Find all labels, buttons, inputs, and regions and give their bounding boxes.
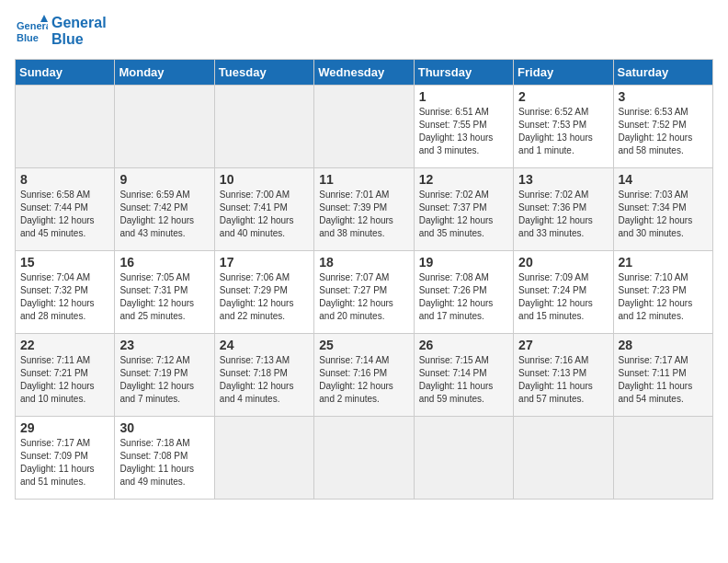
day-info: Sunrise: 7:03 AMSunset: 7:34 PMDaylight:… xyxy=(619,189,708,240)
svg-text:Blue: Blue xyxy=(17,32,39,43)
day-info: Sunrise: 7:14 AMSunset: 7:16 PMDaylight:… xyxy=(319,354,408,406)
day-info: Sunrise: 6:58 AMSunset: 7:44 PMDaylight:… xyxy=(20,189,109,240)
day-number: 13 xyxy=(518,172,608,187)
logo-blue: Blue xyxy=(51,31,107,48)
calendar-cell: 30Sunrise: 7:18 AMSunset: 7:08 PMDayligh… xyxy=(115,417,214,500)
day-number: 28 xyxy=(619,338,708,352)
calendar-cell: 22Sunrise: 7:11 AMSunset: 7:21 PMDayligh… xyxy=(16,334,115,417)
day-number: 18 xyxy=(319,255,408,270)
day-info: Sunrise: 6:52 AMSunset: 7:53 PMDaylight:… xyxy=(518,106,608,157)
day-number: 16 xyxy=(119,255,209,270)
day-number: 29 xyxy=(20,420,109,435)
calendar-cell: 16Sunrise: 7:05 AMSunset: 7:31 PMDayligh… xyxy=(115,251,214,334)
calendar-cell xyxy=(514,417,613,500)
calendar-cell xyxy=(214,86,313,168)
day-info: Sunrise: 6:59 AMSunset: 7:42 PMDaylight:… xyxy=(119,189,209,240)
day-info: Sunrise: 7:18 AMSunset: 7:08 PMDaylight:… xyxy=(119,437,209,488)
header-cell-friday: Friday xyxy=(514,60,613,86)
day-number: 30 xyxy=(119,420,209,435)
calendar-body: 1Sunrise: 6:51 AMSunset: 7:55 PMDaylight… xyxy=(16,86,713,500)
day-number: 10 xyxy=(220,172,309,187)
day-info: Sunrise: 7:09 AMSunset: 7:24 PMDaylight:… xyxy=(518,271,608,323)
calendar-cell xyxy=(414,417,513,500)
day-number: 8 xyxy=(20,172,109,187)
calendar-cell xyxy=(115,86,214,168)
calendar-cell: 10Sunrise: 7:00 AMSunset: 7:41 PMDayligh… xyxy=(214,168,313,251)
calendar-cell xyxy=(613,417,712,500)
calendar-cell xyxy=(314,86,414,168)
calendar-cell: 14Sunrise: 7:03 AMSunset: 7:34 PMDayligh… xyxy=(613,168,712,251)
day-info: Sunrise: 7:11 AMSunset: 7:21 PMDaylight:… xyxy=(20,354,109,406)
day-info: Sunrise: 7:10 AMSunset: 7:23 PMDaylight:… xyxy=(619,271,708,323)
day-number: 1 xyxy=(419,89,508,104)
header-cell-sunday: Sunday xyxy=(16,60,115,86)
header-cell-tuesday: Tuesday xyxy=(214,60,313,86)
logo: General Blue General Blue xyxy=(15,15,107,48)
calendar-cell: 15Sunrise: 7:04 AMSunset: 7:32 PMDayligh… xyxy=(16,251,115,334)
calendar-cell: 12Sunrise: 7:02 AMSunset: 7:37 PMDayligh… xyxy=(414,168,513,251)
day-info: Sunrise: 7:00 AMSunset: 7:41 PMDaylight:… xyxy=(220,189,309,240)
calendar-cell: 25Sunrise: 7:14 AMSunset: 7:16 PMDayligh… xyxy=(314,334,414,417)
calendar-cell: 23Sunrise: 7:12 AMSunset: 7:19 PMDayligh… xyxy=(115,334,214,417)
day-info: Sunrise: 7:12 AMSunset: 7:19 PMDaylight:… xyxy=(119,354,209,406)
day-info: Sunrise: 7:17 AMSunset: 7:11 PMDaylight:… xyxy=(619,354,708,406)
logo-icon: General Blue xyxy=(15,15,48,48)
calendar-cell: 18Sunrise: 7:07 AMSunset: 7:27 PMDayligh… xyxy=(314,251,414,334)
calendar-cell: 8Sunrise: 6:58 AMSunset: 7:44 PMDaylight… xyxy=(16,168,115,251)
day-number: 21 xyxy=(619,255,708,270)
day-number: 15 xyxy=(20,255,109,270)
day-info: Sunrise: 7:02 AMSunset: 7:36 PMDaylight:… xyxy=(518,189,608,240)
day-info: Sunrise: 7:04 AMSunset: 7:32 PMDaylight:… xyxy=(20,271,109,323)
header-cell-thursday: Thursday xyxy=(414,60,513,86)
calendar-cell xyxy=(16,86,115,168)
day-number: 2 xyxy=(518,89,608,104)
day-number: 9 xyxy=(119,172,209,187)
day-number: 19 xyxy=(419,255,508,270)
day-number: 23 xyxy=(119,338,209,352)
day-info: Sunrise: 7:17 AMSunset: 7:09 PMDaylight:… xyxy=(20,437,109,488)
day-info: Sunrise: 7:15 AMSunset: 7:14 PMDaylight:… xyxy=(419,354,508,406)
calendar-cell xyxy=(314,417,414,500)
day-info: Sunrise: 7:05 AMSunset: 7:31 PMDaylight:… xyxy=(119,271,209,323)
calendar-cell: 1Sunrise: 6:51 AMSunset: 7:55 PMDaylight… xyxy=(414,86,513,168)
day-number: 27 xyxy=(518,338,608,352)
calendar-week-row: 29Sunrise: 7:17 AMSunset: 7:09 PMDayligh… xyxy=(16,417,713,500)
day-info: Sunrise: 7:08 AMSunset: 7:26 PMDaylight:… xyxy=(419,271,508,323)
calendar-cell xyxy=(214,417,313,500)
calendar-cell: 19Sunrise: 7:08 AMSunset: 7:26 PMDayligh… xyxy=(414,251,513,334)
calendar-week-row: 15Sunrise: 7:04 AMSunset: 7:32 PMDayligh… xyxy=(16,251,713,334)
day-number: 26 xyxy=(419,338,508,352)
calendar-cell: 2Sunrise: 6:52 AMSunset: 7:53 PMDaylight… xyxy=(514,86,613,168)
calendar-cell: 24Sunrise: 7:13 AMSunset: 7:18 PMDayligh… xyxy=(214,334,313,417)
calendar-cell: 3Sunrise: 6:53 AMSunset: 7:52 PMDaylight… xyxy=(613,86,712,168)
calendar-cell: 13Sunrise: 7:02 AMSunset: 7:36 PMDayligh… xyxy=(514,168,613,251)
calendar-cell: 11Sunrise: 7:01 AMSunset: 7:39 PMDayligh… xyxy=(314,168,414,251)
day-number: 25 xyxy=(319,338,408,352)
day-info: Sunrise: 6:51 AMSunset: 7:55 PMDaylight:… xyxy=(419,106,508,157)
header-cell-wednesday: Wednesday xyxy=(314,60,414,86)
calendar-week-row: 8Sunrise: 6:58 AMSunset: 7:44 PMDaylight… xyxy=(16,168,713,251)
calendar-cell: 27Sunrise: 7:16 AMSunset: 7:13 PMDayligh… xyxy=(514,334,613,417)
calendar-header-row: SundayMondayTuesdayWednesdayThursdayFrid… xyxy=(16,60,713,86)
day-number: 22 xyxy=(20,338,109,352)
day-info: Sunrise: 7:13 AMSunset: 7:18 PMDaylight:… xyxy=(220,354,309,406)
day-number: 20 xyxy=(518,255,608,270)
day-number: 14 xyxy=(619,172,708,187)
calendar-cell: 29Sunrise: 7:17 AMSunset: 7:09 PMDayligh… xyxy=(16,417,115,500)
header-cell-monday: Monday xyxy=(115,60,214,86)
day-number: 17 xyxy=(220,255,309,270)
day-number: 24 xyxy=(220,338,309,352)
logo-general: General xyxy=(51,15,107,30)
day-info: Sunrise: 7:16 AMSunset: 7:13 PMDaylight:… xyxy=(518,354,608,406)
day-info: Sunrise: 7:01 AMSunset: 7:39 PMDaylight:… xyxy=(319,189,408,240)
header-cell-saturday: Saturday xyxy=(613,60,712,86)
calendar-cell: 20Sunrise: 7:09 AMSunset: 7:24 PMDayligh… xyxy=(514,251,613,334)
svg-marker-2 xyxy=(40,15,48,22)
day-number: 12 xyxy=(419,172,508,187)
page-header: General Blue General Blue xyxy=(15,15,713,48)
calendar-week-row: 22Sunrise: 7:11 AMSunset: 7:21 PMDayligh… xyxy=(16,334,713,417)
day-number: 11 xyxy=(319,172,408,187)
calendar-cell: 26Sunrise: 7:15 AMSunset: 7:14 PMDayligh… xyxy=(414,334,513,417)
calendar-cell: 17Sunrise: 7:06 AMSunset: 7:29 PMDayligh… xyxy=(214,251,313,334)
day-info: Sunrise: 7:06 AMSunset: 7:29 PMDaylight:… xyxy=(220,271,309,323)
